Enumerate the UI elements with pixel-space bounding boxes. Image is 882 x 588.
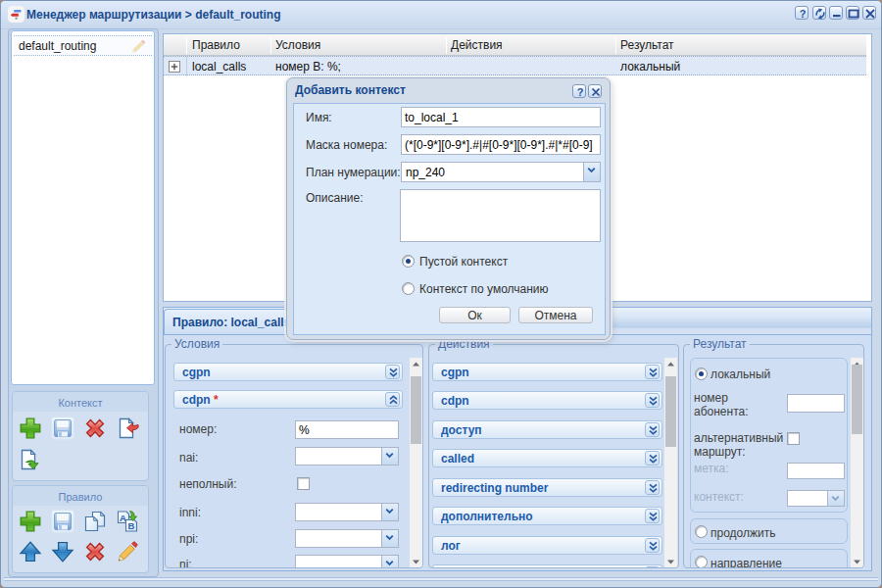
svg-text:?: ?: [577, 86, 584, 98]
svg-text:?: ?: [800, 8, 807, 20]
svg-text:B: B: [128, 520, 135, 531]
svg-text:A: A: [120, 513, 126, 523]
